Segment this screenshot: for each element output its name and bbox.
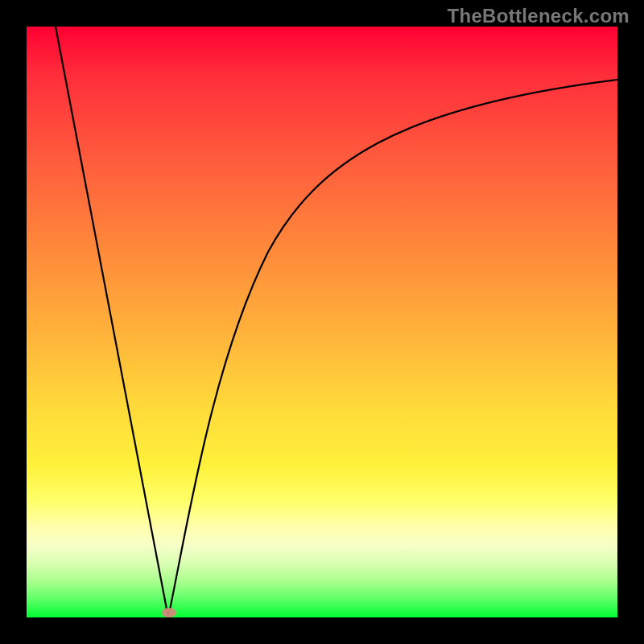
watermark-text: TheBottleneck.com <box>448 5 630 27</box>
plot-area <box>27 27 617 617</box>
chart-frame: TheBottleneck.com <box>0 0 644 644</box>
optimum-marker <box>162 608 176 617</box>
bottleneck-curve <box>27 27 617 617</box>
curve-right-branch <box>168 80 617 617</box>
curve-left-branch <box>56 27 168 617</box>
